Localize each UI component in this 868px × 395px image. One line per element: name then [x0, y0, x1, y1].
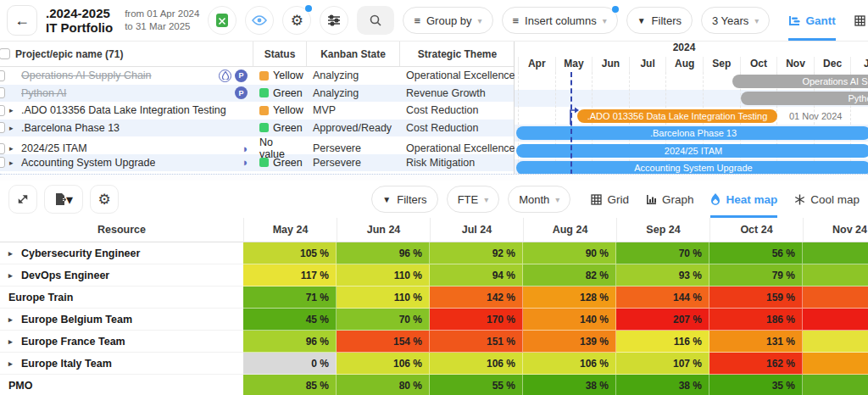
- heatmap-cell[interactable]: 128 %: [523, 287, 616, 309]
- heatmap-cell[interactable]: 96 %: [243, 331, 337, 353]
- select-all-checkbox[interactable]: [0, 48, 10, 59]
- heatmap-cell[interactable]: [803, 242, 868, 264]
- heatmap-month-header[interactable]: Oct 24: [709, 218, 803, 242]
- row-checkbox[interactable]: [0, 105, 5, 116]
- heatmap-cell[interactable]: 38 %: [616, 375, 709, 395]
- heatmap-cell[interactable]: 1: [803, 287, 868, 309]
- gantt-bar[interactable]: Python AI: [741, 92, 868, 105]
- expand-arrow-icon[interactable]: ▸: [8, 337, 16, 346]
- heatmap-cell[interactable]: 35 %: [709, 375, 803, 395]
- table-row[interactable]: Operations AI Supply ChainPYellowAnalyzi…: [0, 67, 514, 85]
- period-dropdown[interactable]: Month ▾: [508, 186, 570, 213]
- resource-row-name[interactable]: ▸Europe Italy Team: [0, 353, 243, 375]
- heatmap-cell[interactable]: [803, 375, 868, 395]
- heatmap-cell[interactable]: 110 %: [337, 264, 430, 287]
- search-button[interactable]: [357, 6, 394, 35]
- table-row[interactable]: ▸.ADO 013356 Data Lake Integration Testi…: [0, 102, 514, 120]
- heatmap-cell[interactable]: 82 %: [523, 264, 616, 287]
- heatmap-cell[interactable]: 38 %: [523, 375, 616, 395]
- table-row[interactable]: ▸.Barcelona Phase 13GreenApproved/ReadyC…: [0, 120, 514, 137]
- heatmap-cell[interactable]: 106 %: [337, 353, 430, 375]
- heatmap-month-header[interactable]: Jul 24: [430, 218, 523, 242]
- heatmap-cell[interactable]: 79 %: [709, 264, 803, 287]
- heatmap-cell[interactable]: [803, 264, 868, 287]
- column-kanban-state[interactable]: Kanban State: [306, 42, 399, 66]
- expand-arrow-icon[interactable]: ▸: [8, 315, 16, 324]
- insert-columns-dropdown[interactable]: ≡ Insert columns ▾: [502, 7, 618, 34]
- heatmap-cell[interactable]: 162 %: [709, 353, 803, 375]
- heatmap-cell[interactable]: 106 %: [523, 353, 616, 375]
- heatmap-cell[interactable]: 1: [803, 353, 868, 375]
- heatmap-month-header[interactable]: Aug 24: [523, 218, 616, 242]
- heatmap-cell[interactable]: 139 %: [523, 331, 616, 353]
- heatmap-cell[interactable]: 110 %: [337, 287, 430, 309]
- heatmap-cell[interactable]: 90 %: [523, 242, 616, 264]
- expand-panel-button[interactable]: [8, 185, 37, 214]
- settings-button[interactable]: ⚙: [282, 6, 311, 35]
- row-checkbox[interactable]: [0, 122, 5, 133]
- tab-resources-graph[interactable]: Graph: [646, 181, 694, 218]
- tab-resources-grid[interactable]: Grid: [591, 181, 629, 218]
- row-checkbox[interactable]: [0, 70, 5, 81]
- expand-arrow-icon[interactable]: ▸: [8, 359, 16, 368]
- heatmap-cell[interactable]: 144 %: [616, 287, 709, 309]
- back-button[interactable]: ←: [7, 5, 37, 36]
- heatmap-cell[interactable]: 117 %: [243, 264, 337, 287]
- expand-arrow-icon[interactable]: ▸: [9, 124, 17, 132]
- heatmap-month-header[interactable]: Nov 24: [803, 218, 868, 242]
- table-row[interactable]: ▸Accounting System Upgrade◑GreenPersever…: [0, 154, 514, 172]
- heatmap-cell[interactable]: 80 %: [337, 375, 430, 395]
- column-strategic-theme[interactable]: Strategic Theme: [399, 42, 515, 66]
- heatmap-cell[interactable]: 106 %: [430, 353, 523, 375]
- resource-row-name[interactable]: PMO: [0, 375, 243, 395]
- expand-arrow-icon[interactable]: ▸: [9, 144, 17, 153]
- heatmap-cell[interactable]: 92 %: [430, 242, 523, 264]
- resource-row-name[interactable]: ▸Europe Belgium Team: [0, 309, 243, 331]
- resource-row-name[interactable]: ▸DevOps Engineer: [0, 264, 243, 287]
- heatmap-cell[interactable]: 131 %: [709, 331, 803, 353]
- tab-gantt[interactable]: Gantt: [788, 0, 835, 41]
- gantt-bar[interactable]: .ADO 013356 Data Lake Integration Testin…: [577, 109, 777, 123]
- heatmap-cell[interactable]: 186 %: [709, 309, 803, 331]
- heatmap-cell[interactable]: 70 %: [616, 242, 709, 264]
- row-checkbox[interactable]: [0, 87, 5, 98]
- heatmap-cell[interactable]: 154 %: [337, 331, 430, 353]
- heatmap-cell[interactable]: 71 %: [243, 287, 337, 309]
- gantt-bar[interactable]: Operations AI Supply Chain: [732, 75, 868, 88]
- view-options-button[interactable]: [320, 6, 348, 35]
- heatmap-month-header[interactable]: Jun 24: [337, 218, 430, 242]
- resources-filters-button[interactable]: ▼ Filters: [371, 186, 437, 213]
- table-row[interactable]: Python AIPGreenAnalyzingRevenue Growth: [0, 85, 514, 103]
- export-excel-button[interactable]: [208, 6, 236, 35]
- row-checkbox[interactable]: [0, 157, 5, 168]
- heatmap-cell[interactable]: 85 %: [243, 375, 337, 395]
- tab-heat-map[interactable]: Heat map: [710, 181, 777, 218]
- gantt-bar[interactable]: 2024/25 ITAM: [516, 144, 868, 158]
- heatmap-cell[interactable]: 2: [803, 309, 868, 331]
- heatmap-cell[interactable]: 94 %: [430, 264, 523, 287]
- heatmap-cell[interactable]: 142 %: [430, 287, 523, 309]
- row-checkbox[interactable]: [0, 143, 5, 154]
- heatmap-cell[interactable]: 70 %: [337, 309, 430, 331]
- heatmap-cell[interactable]: 151 %: [430, 331, 523, 353]
- unit-dropdown[interactable]: FTE ▾: [447, 186, 500, 213]
- heatmap-cell[interactable]: 159 %: [709, 287, 803, 309]
- resource-row-name[interactable]: ▸Cybersecurity Engineer: [0, 242, 243, 264]
- heatmap-cell[interactable]: 140 %: [523, 309, 616, 331]
- heatmap-cell[interactable]: 45 %: [243, 309, 337, 331]
- heatmap-cell[interactable]: 55 %: [430, 375, 523, 395]
- heatmap-cell[interactable]: 207 %: [616, 309, 709, 331]
- gantt-bar[interactable]: Accounting System Upgrade: [516, 161, 868, 174]
- export-resources-button[interactable]: ▾: [44, 185, 83, 214]
- heatmap-cell[interactable]: 96 %: [337, 242, 430, 264]
- preview-button[interactable]: [245, 6, 274, 35]
- heatmap-cell[interactable]: 116 %: [616, 331, 709, 353]
- time-range-dropdown[interactable]: 3 Years ▾: [701, 7, 770, 34]
- resource-row-name[interactable]: ▸Europe France Team: [0, 331, 243, 353]
- heatmap-cell[interactable]: 56 %: [709, 242, 803, 264]
- heatmap-cell[interactable]: 170 %: [430, 309, 523, 331]
- panel-splitter[interactable]: [0, 174, 868, 181]
- expand-arrow-icon[interactable]: ▸: [9, 159, 17, 167]
- column-status[interactable]: Status: [253, 42, 306, 66]
- heatmap-month-header[interactable]: Sep 24: [616, 218, 709, 242]
